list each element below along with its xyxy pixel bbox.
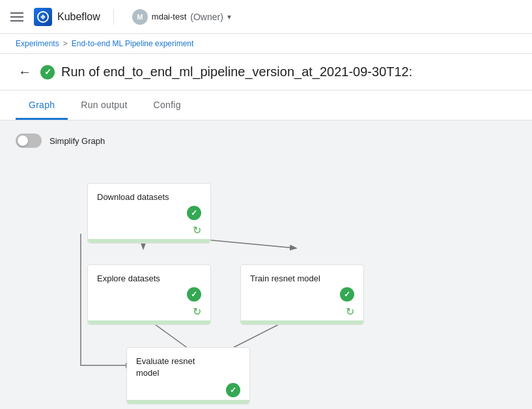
top-navbar: Kubeflow M mdai-test (Owner) ▾ [0, 0, 532, 34]
node-train-stripe [241, 320, 363, 324]
node-download-refresh-icon[interactable]: ↻ [193, 225, 201, 236]
node-explore-icons [97, 287, 201, 302]
logo-text: Kubeflow [57, 11, 100, 23]
org-selector[interactable]: M mdai-test (Owner) ▾ [127, 7, 236, 27]
node-evaluate-success-icon [226, 383, 240, 397]
menu-button[interactable] [10, 12, 23, 21]
node-train[interactable]: Train resnet model ↻ [240, 264, 364, 325]
node-evaluate[interactable]: Evaluate resnet model [126, 347, 250, 404]
breadcrumb: Experiments > End-to-end ML Pipeline exp… [0, 34, 532, 54]
node-explore-label: Explore datasets [97, 274, 160, 283]
node-download-stripe [88, 239, 210, 243]
org-owner-label: (Owner) [190, 12, 223, 22]
tabs-bar: Graph Run output Config [0, 91, 532, 120]
breadcrumb-separator: > [63, 39, 68, 48]
node-download[interactable]: Download datasets ↻ [87, 183, 211, 244]
toggle-knob [18, 135, 28, 146]
tab-run-output[interactable]: Run output [68, 91, 140, 120]
org-name: mdai-test [152, 12, 186, 21]
node-train-success-icon [340, 287, 354, 302]
node-explore-stripe [88, 320, 210, 324]
page-title: Run of end_to_end_ml_pipeline_version_at… [61, 64, 412, 79]
org-dropdown-icon: ▾ [227, 12, 231, 21]
page-header: ← Run of end_to_end_ml_pipeline_version_… [0, 54, 532, 91]
node-explore[interactable]: Explore datasets ↻ [87, 264, 211, 325]
simplify-graph-label: Simplify Graph [49, 136, 105, 146]
tab-graph[interactable]: Graph [16, 91, 68, 120]
node-download-label: Download datasets [97, 192, 169, 202]
logo-icon [34, 8, 52, 26]
graph-area: Download datasets ↻ Explore datasets ↻ [16, 163, 516, 409]
breadcrumb-current[interactable]: End-to-end ML Pipeline experiment [72, 39, 194, 48]
node-explore-success-icon [187, 287, 201, 302]
back-button[interactable]: ← [16, 62, 34, 82]
node-evaluate-stripe [127, 400, 249, 404]
org-icon: M [132, 9, 148, 25]
main-content: Simplify Graph Download datasets [0, 120, 532, 409]
simplify-graph-row: Simplify Graph [16, 134, 516, 148]
logo-area: Kubeflow [34, 8, 100, 26]
node-evaluate-label: Evaluate resnet model [136, 356, 195, 378]
breadcrumb-experiments[interactable]: Experiments [16, 39, 59, 48]
node-evaluate-icons [136, 383, 240, 397]
node-download-icons [97, 206, 201, 220]
nav-divider [113, 9, 114, 25]
node-train-label: Train resnet model [250, 274, 320, 283]
node-train-refresh-icon[interactable]: ↻ [346, 306, 354, 317]
node-download-success-icon [187, 206, 201, 220]
tab-config[interactable]: Config [141, 91, 194, 120]
run-status-icon [40, 65, 55, 79]
node-explore-refresh-icon[interactable]: ↻ [193, 306, 201, 317]
node-train-icons [250, 287, 354, 302]
simplify-graph-toggle[interactable] [16, 134, 42, 148]
